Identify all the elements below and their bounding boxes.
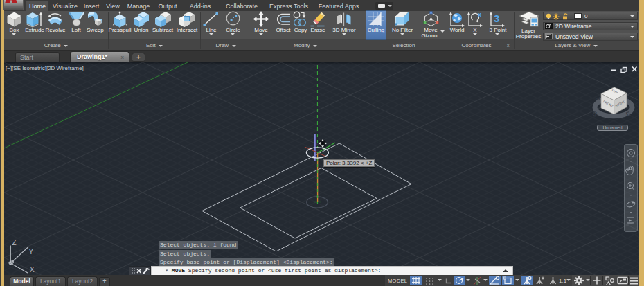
svg-text:X: X [30, 266, 35, 274]
svg-text:3: 3 [494, 12, 499, 24]
svg-text:x: x [478, 11, 481, 18]
svg-text:Y: Y [29, 248, 34, 256]
svg-text:Z: Z [12, 239, 17, 247]
